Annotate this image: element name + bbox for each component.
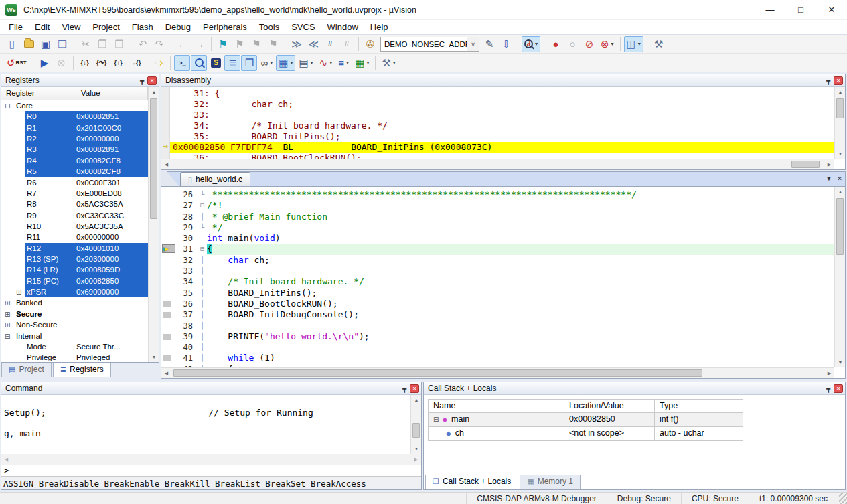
dropdown-arrow-icon[interactable]: ▾ (638, 41, 641, 47)
register-row[interactable]: ⊞Non-Secure (1, 319, 148, 330)
tree-expander-icon[interactable]: ⊞ (5, 320, 10, 331)
disassembly-hscrollbar[interactable]: ◀ ▶ (161, 159, 834, 169)
code-line[interactable]: 29└ */ (161, 222, 834, 233)
code-line[interactable]: 40│ (161, 342, 834, 353)
registers-scrollbar[interactable]: ▲ ▼ (148, 87, 159, 362)
register-row[interactable]: R15 (PC)0x00082850 (1, 276, 148, 286)
tree-expander-icon[interactable]: ⊞ (5, 298, 10, 309)
code-line[interactable]: 28│ * @brief Main function (161, 212, 834, 222)
code-text[interactable]: { (207, 244, 834, 254)
pin-icon[interactable]: ┳ (402, 385, 406, 392)
scrollbar-thumb[interactable] (150, 98, 157, 219)
paste-button[interactable]: ❒ (111, 36, 127, 52)
register-row[interactable]: R30x00082891 (1, 144, 148, 155)
code-text[interactable]: * @brief Main function (207, 212, 834, 222)
register-row[interactable]: R100x5AC3C35A (1, 221, 148, 232)
save-all-button[interactable]: ❏ (54, 36, 70, 52)
step-over-button[interactable]: {↷} (94, 55, 110, 71)
menu-help[interactable]: Help (364, 21, 394, 33)
code-text[interactable]: /* Init board hardware. */ (207, 276, 834, 287)
scroll-right-icon[interactable]: ▶ (824, 159, 834, 169)
scrollbar-thumb[interactable] (791, 161, 820, 168)
register-row[interactable]: R110x00000000 (1, 232, 148, 242)
register-row[interactable]: PrivilegePrivileged (1, 352, 148, 362)
editor-hscrollbar[interactable]: ◀ ▶ (161, 367, 834, 378)
code-text[interactable]: int main(void) (207, 233, 834, 244)
toolbox-button[interactable]: ⚒▾ (379, 55, 398, 71)
tree-expander-icon[interactable]: ⊟ (5, 101, 10, 112)
pin-icon[interactable]: ┳ (140, 77, 144, 84)
scrollbar-thumb[interactable] (412, 423, 420, 438)
scrollbar-thumb[interactable] (836, 198, 844, 255)
menu-file[interactable]: File (3, 21, 29, 33)
register-row[interactable]: ModeSecure Thr... (1, 341, 148, 352)
step-out-button[interactable]: {↑} (110, 55, 127, 71)
register-row[interactable]: R80x5AC3C35A (1, 199, 148, 209)
breakpoint-kill-all-button[interactable]: ⊗▾ (598, 36, 617, 52)
uncomment-button[interactable]: // (339, 36, 355, 52)
disassembly-vscrollbar[interactable]: ▲ ▼ (834, 87, 845, 159)
scrollbar-thumb[interactable] (836, 98, 844, 118)
menu-peripherals[interactable]: Peripherals (197, 21, 253, 33)
disassembly-line[interactable]: 36: BOARD_BootClockRUN(); (161, 153, 834, 159)
analysis-window-button[interactable]: ∿▾ (317, 55, 335, 71)
navigate-forward-button[interactable]: → (191, 36, 208, 52)
register-row[interactable]: R40x00082CF8 (1, 155, 148, 166)
pin-icon[interactable]: ┳ (826, 77, 830, 84)
minimize-button[interactable]: — (755, 0, 785, 19)
register-row[interactable]: R13 (SP)0x20300000 (1, 254, 148, 264)
code-line[interactable]: 37│ BOARD_InitDebugConsole(); (161, 309, 834, 320)
scroll-left-icon[interactable]: ◀ (161, 159, 171, 169)
register-row[interactable]: R00x00082851 (1, 111, 148, 122)
fold-margin[interactable]: ⊟ (198, 200, 207, 211)
scroll-left-icon[interactable]: ◀ (1, 454, 11, 465)
find-in-files-button[interactable]: d▾ (522, 36, 540, 52)
menu-view[interactable]: View (56, 21, 86, 33)
tree-expander-icon[interactable]: ⊞ (5, 309, 10, 320)
dropdown-arrow-icon[interactable]: ▾ (346, 60, 349, 66)
bookmark-next-button[interactable]: ⚑ (248, 36, 264, 52)
register-row[interactable]: R14 (LR)0x0008059D (1, 264, 148, 275)
scroll-up-icon[interactable]: ▲ (149, 87, 159, 97)
registers-window-button[interactable]: ≣ (224, 55, 240, 71)
show-next-statement-button[interactable]: ⇨ (151, 55, 167, 71)
scroll-down-icon[interactable]: ▼ (835, 149, 846, 159)
dropdown-arrow-icon[interactable]: ▾ (611, 41, 614, 47)
register-row[interactable]: ⊟Core (1, 100, 148, 111)
code-text[interactable]: /*! (207, 200, 834, 211)
window-layout-button[interactable]: ◫▾ (624, 36, 643, 52)
target-select-combo[interactable]: DEMO_NONSEC_ADDRES∨ (380, 37, 479, 52)
code-text[interactable] (207, 342, 834, 353)
run-button[interactable]: ▶ (37, 55, 53, 71)
cut-button[interactable]: ✂ (78, 36, 94, 52)
code-text[interactable]: ****************************************… (207, 189, 834, 200)
scroll-right-icon[interactable]: ▶ (824, 368, 834, 378)
target-options-button[interactable]: ✇ (362, 36, 378, 52)
maximize-button[interactable]: □ (785, 0, 816, 19)
tree-expander-icon[interactable]: ⊟ (5, 331, 10, 342)
code-text[interactable] (207, 321, 834, 331)
close-panel-button[interactable]: ✕ (834, 76, 843, 85)
code-text[interactable]: char ch; (207, 255, 834, 266)
dropdown-arrow-icon[interactable]: ▾ (366, 60, 369, 66)
disassembly-line[interactable]: 32: char ch; (161, 99, 834, 110)
register-row[interactable]: R50x00082CF8 (1, 166, 148, 177)
code-line[interactable]: 41│ while (1) (161, 353, 834, 363)
command-hscrollbar[interactable]: ◀ ▶ (1, 454, 421, 465)
breakpoint-disable-all-button[interactable]: ⊘ (581, 36, 597, 52)
scroll-down-icon[interactable]: ▼ (411, 444, 422, 454)
reset-button[interactable]: ↺RST (4, 55, 29, 71)
tree-expander-icon[interactable]: ⊞ (16, 287, 21, 298)
menu-flash[interactable]: Flash (126, 21, 159, 33)
disassembly-line[interactable]: 33: (161, 110, 834, 120)
register-column-label[interactable]: Register (1, 87, 76, 100)
code-line[interactable]: 35│ BOARD_InitPins(); (161, 288, 834, 299)
outdent-button[interactable]: ≪ (305, 36, 321, 52)
memory-window-button[interactable]: ▦▾ (276, 55, 295, 71)
code-text[interactable]: BOARD_InitPins(); (207, 288, 834, 299)
scroll-up-icon[interactable]: ▲ (835, 187, 846, 197)
tree-expander-icon[interactable]: ⊟ (433, 416, 439, 423)
code-text[interactable]: while (1) (207, 353, 834, 363)
chevron-down-icon[interactable]: ∨ (467, 37, 479, 51)
code-text[interactable]: BOARD_InitDebugConsole(); (207, 309, 834, 320)
